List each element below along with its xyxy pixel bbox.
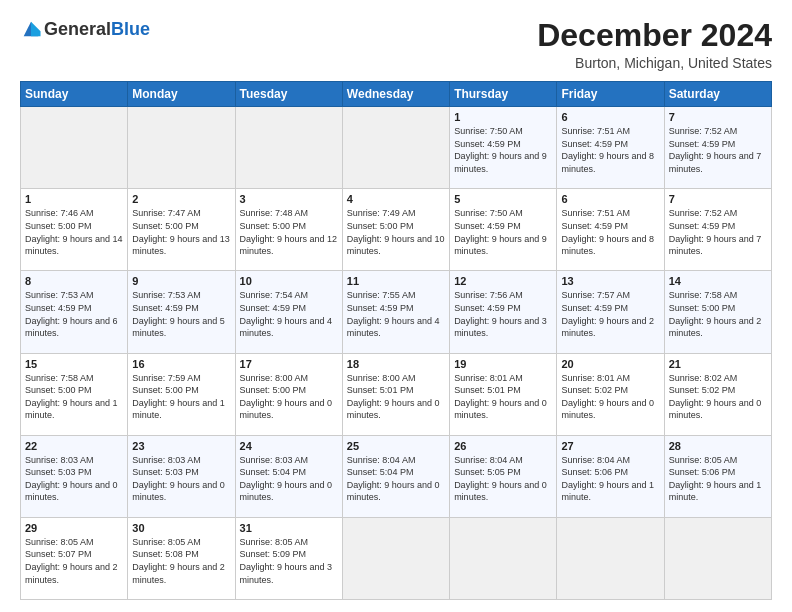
calendar-cell: 20Sunrise: 8:01 AMSunset: 5:02 PMDayligh…: [557, 353, 664, 435]
day-number: 21: [669, 358, 767, 370]
day-info: Sunrise: 7:58 AMSunset: 5:00 PMDaylight:…: [669, 289, 767, 339]
calendar-cell: 10Sunrise: 7:54 AMSunset: 4:59 PMDayligh…: [235, 271, 342, 353]
calendar-cell: [21, 107, 128, 189]
day-number: 2: [132, 193, 230, 205]
day-number: 3: [240, 193, 338, 205]
day-number: 1: [25, 193, 123, 205]
calendar-cell: 6Sunrise: 7:51 AMSunset: 4:59 PMDaylight…: [557, 189, 664, 271]
day-info: Sunrise: 7:57 AMSunset: 4:59 PMDaylight:…: [561, 289, 659, 339]
header-saturday: Saturday: [664, 82, 771, 107]
calendar-cell: 19Sunrise: 8:01 AMSunset: 5:01 PMDayligh…: [450, 353, 557, 435]
header-sunday: Sunday: [21, 82, 128, 107]
day-info: Sunrise: 7:53 AMSunset: 4:59 PMDaylight:…: [25, 289, 123, 339]
logo-text: GeneralBlue: [20, 18, 150, 40]
day-number: 30: [132, 522, 230, 534]
calendar-cell: 23Sunrise: 8:03 AMSunset: 5:03 PMDayligh…: [128, 435, 235, 517]
calendar-cell: 18Sunrise: 8:00 AMSunset: 5:01 PMDayligh…: [342, 353, 449, 435]
day-info: Sunrise: 8:00 AMSunset: 5:00 PMDaylight:…: [240, 372, 338, 422]
logo: GeneralBlue: [20, 18, 150, 40]
calendar-cell: 8Sunrise: 7:53 AMSunset: 4:59 PMDaylight…: [21, 271, 128, 353]
header-tuesday: Tuesday: [235, 82, 342, 107]
calendar-cell: 21Sunrise: 8:02 AMSunset: 5:02 PMDayligh…: [664, 353, 771, 435]
calendar-cell: 26Sunrise: 8:04 AMSunset: 5:05 PMDayligh…: [450, 435, 557, 517]
calendar-cell: 28Sunrise: 8:05 AMSunset: 5:06 PMDayligh…: [664, 435, 771, 517]
day-info: Sunrise: 7:59 AMSunset: 5:00 PMDaylight:…: [132, 372, 230, 422]
calendar-cell: 22Sunrise: 8:03 AMSunset: 5:03 PMDayligh…: [21, 435, 128, 517]
day-number: 23: [132, 440, 230, 452]
day-info: Sunrise: 7:52 AMSunset: 4:59 PMDaylight:…: [669, 207, 767, 257]
calendar-cell: [557, 517, 664, 599]
day-info: Sunrise: 7:51 AMSunset: 4:59 PMDaylight:…: [561, 207, 659, 257]
calendar-cell: 30Sunrise: 8:05 AMSunset: 5:08 PMDayligh…: [128, 517, 235, 599]
day-info: Sunrise: 8:05 AMSunset: 5:08 PMDaylight:…: [132, 536, 230, 586]
calendar-week-3: 15Sunrise: 7:58 AMSunset: 5:00 PMDayligh…: [21, 353, 772, 435]
calendar-table: Sunday Monday Tuesday Wednesday Thursday…: [20, 81, 772, 600]
day-info: Sunrise: 8:03 AMSunset: 5:04 PMDaylight:…: [240, 454, 338, 504]
location: Burton, Michigan, United States: [537, 55, 772, 71]
header-row: Sunday Monday Tuesday Wednesday Thursday…: [21, 82, 772, 107]
header-friday: Friday: [557, 82, 664, 107]
day-info: Sunrise: 7:46 AMSunset: 5:00 PMDaylight:…: [25, 207, 123, 257]
calendar-cell: 25Sunrise: 8:04 AMSunset: 5:04 PMDayligh…: [342, 435, 449, 517]
day-info: Sunrise: 7:47 AMSunset: 5:00 PMDaylight:…: [132, 207, 230, 257]
calendar-cell: 5Sunrise: 7:50 AMSunset: 4:59 PMDaylight…: [450, 189, 557, 271]
day-number: 11: [347, 275, 445, 287]
day-number: 25: [347, 440, 445, 452]
header-wednesday: Wednesday: [342, 82, 449, 107]
calendar-header: Sunday Monday Tuesday Wednesday Thursday…: [21, 82, 772, 107]
calendar-week-5: 29Sunrise: 8:05 AMSunset: 5:07 PMDayligh…: [21, 517, 772, 599]
day-number: 13: [561, 275, 659, 287]
calendar-cell: [342, 107, 449, 189]
day-info: Sunrise: 8:05 AMSunset: 5:09 PMDaylight:…: [240, 536, 338, 586]
day-number: 12: [454, 275, 552, 287]
day-info: Sunrise: 7:52 AMSunset: 4:59 PMDaylight:…: [669, 125, 767, 175]
title-section: December 2024 Burton, Michigan, United S…: [537, 18, 772, 71]
calendar-cell: 31Sunrise: 8:05 AMSunset: 5:09 PMDayligh…: [235, 517, 342, 599]
calendar-cell: 3Sunrise: 7:48 AMSunset: 5:00 PMDaylight…: [235, 189, 342, 271]
calendar-cell: [664, 517, 771, 599]
logo-general: General: [44, 19, 111, 40]
calendar-week-4: 22Sunrise: 8:03 AMSunset: 5:03 PMDayligh…: [21, 435, 772, 517]
day-number: 7: [669, 193, 767, 205]
day-number: 7: [669, 111, 767, 123]
day-number: 6: [561, 193, 659, 205]
calendar-cell: 11Sunrise: 7:55 AMSunset: 4:59 PMDayligh…: [342, 271, 449, 353]
day-info: Sunrise: 7:54 AMSunset: 4:59 PMDaylight:…: [240, 289, 338, 339]
header-thursday: Thursday: [450, 82, 557, 107]
calendar-week-2: 8Sunrise: 7:53 AMSunset: 4:59 PMDaylight…: [21, 271, 772, 353]
calendar-cell: 12Sunrise: 7:56 AMSunset: 4:59 PMDayligh…: [450, 271, 557, 353]
calendar-cell: [235, 107, 342, 189]
calendar-week-0: 1Sunrise: 7:50 AMSunset: 4:59 PMDaylight…: [21, 107, 772, 189]
header: GeneralBlue December 2024 Burton, Michig…: [20, 18, 772, 71]
day-info: Sunrise: 8:05 AMSunset: 5:07 PMDaylight:…: [25, 536, 123, 586]
day-info: Sunrise: 7:58 AMSunset: 5:00 PMDaylight:…: [25, 372, 123, 422]
day-number: 10: [240, 275, 338, 287]
page: GeneralBlue December 2024 Burton, Michig…: [0, 0, 792, 612]
calendar-cell: [342, 517, 449, 599]
calendar-cell: [128, 107, 235, 189]
calendar-cell: 1Sunrise: 7:50 AMSunset: 4:59 PMDaylight…: [450, 107, 557, 189]
calendar-body: 1Sunrise: 7:50 AMSunset: 4:59 PMDaylight…: [21, 107, 772, 600]
logo-blue: Blue: [111, 19, 150, 40]
calendar-cell: 14Sunrise: 7:58 AMSunset: 5:00 PMDayligh…: [664, 271, 771, 353]
day-info: Sunrise: 8:05 AMSunset: 5:06 PMDaylight:…: [669, 454, 767, 504]
calendar-cell: 4Sunrise: 7:49 AMSunset: 5:00 PMDaylight…: [342, 189, 449, 271]
day-info: Sunrise: 7:56 AMSunset: 4:59 PMDaylight:…: [454, 289, 552, 339]
day-number: 8: [25, 275, 123, 287]
calendar-cell: 9Sunrise: 7:53 AMSunset: 4:59 PMDaylight…: [128, 271, 235, 353]
day-info: Sunrise: 8:04 AMSunset: 5:05 PMDaylight:…: [454, 454, 552, 504]
day-number: 15: [25, 358, 123, 370]
calendar-cell: 15Sunrise: 7:58 AMSunset: 5:00 PMDayligh…: [21, 353, 128, 435]
day-number: 22: [25, 440, 123, 452]
calendar-week-1: 1Sunrise: 7:46 AMSunset: 5:00 PMDaylight…: [21, 189, 772, 271]
day-number: 29: [25, 522, 123, 534]
calendar-cell: 7Sunrise: 7:52 AMSunset: 4:59 PMDaylight…: [664, 107, 771, 189]
day-number: 14: [669, 275, 767, 287]
calendar-cell: 7Sunrise: 7:52 AMSunset: 4:59 PMDaylight…: [664, 189, 771, 271]
day-number: 19: [454, 358, 552, 370]
day-info: Sunrise: 7:51 AMSunset: 4:59 PMDaylight:…: [561, 125, 659, 175]
calendar-cell: 2Sunrise: 7:47 AMSunset: 5:00 PMDaylight…: [128, 189, 235, 271]
day-info: Sunrise: 7:53 AMSunset: 4:59 PMDaylight:…: [132, 289, 230, 339]
calendar-cell: 24Sunrise: 8:03 AMSunset: 5:04 PMDayligh…: [235, 435, 342, 517]
day-info: Sunrise: 7:49 AMSunset: 5:00 PMDaylight:…: [347, 207, 445, 257]
